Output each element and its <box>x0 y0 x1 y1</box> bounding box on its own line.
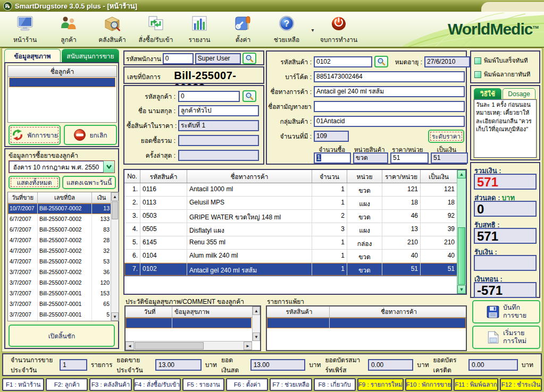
product-trade-name-field[interactable]: Antacil gel 240 ml รสส้ม <box>314 86 465 97</box>
customer-list-selected-row[interactable] <box>9 78 115 87</box>
open-drawer-button[interactable]: เปิดลิ้นชัก <box>9 325 115 347</box>
customer-list-header: ชื่อลูกค้า <box>8 66 116 77</box>
history-row[interactable]: 6/7/2007Bill-255007-000283 <box>8 225 119 235</box>
scroll-down-icon[interactable]: ▼ <box>111 312 119 321</box>
history-row[interactable]: 6/7/2007Bill-255007-0002133 <box>8 214 119 225</box>
show-today-button[interactable]: แสดงเฉพาะวันนี้ <box>62 176 116 189</box>
comment-selected-row[interactable] <box>125 318 252 328</box>
fkey-f6[interactable]: F6 : ตั้งค่า <box>226 378 268 391</box>
toolbar-more-arrow-icon[interactable]: ▾ <box>308 13 317 47</box>
items-row[interactable]: 3.0503GRIPE WATER ขวดใหญ่ 148 ml2ขวด4692 <box>124 210 466 223</box>
qty-field[interactable]: 1 <box>314 152 351 164</box>
items-row[interactable]: 2.0113Gelusil MPS1แผง1818 <box>124 197 466 210</box>
comment-vscrollbar[interactable]: ▲ ▼ <box>252 306 260 341</box>
items-row[interactable]: 6.0104Alum milk 240 ml1ขวด4040 <box>124 250 466 263</box>
fkey-f4[interactable]: F4 : สั่งซื้อ/รับเข้า <box>133 378 181 391</box>
fkey-f7[interactable]: F7 : ช่วยเหลือ <box>270 378 312 391</box>
scroll-up-icon[interactable]: ▲ <box>111 192 119 201</box>
allergy-table[interactable]: รหัสสินค้า ชื่อทางการค้า <box>266 305 467 351</box>
tab-health-info[interactable]: ข้อมูลสุขภาพ <box>4 49 61 62</box>
toolbar-item-settings[interactable]: ตั้งค่า <box>221 13 265 47</box>
history-row[interactable]: 4/7/2007Bill-255007-000253 <box>8 257 119 267</box>
fkey-f9[interactable]: F9 : รายการใหม่ <box>357 378 404 391</box>
price-level-button[interactable]: ระดับราคา <box>428 130 464 143</box>
customer-code-field[interactable]: 0 <box>178 91 240 102</box>
items-scroll-down-icon[interactable]: ▼ <box>457 285 466 294</box>
save-sale-button[interactable]: บันทึกการขาย <box>472 300 540 323</box>
fkey-f5[interactable]: F5 : รายงาน <box>182 378 224 391</box>
history-row[interactable]: 10/7/2007Bill-255007-000213 <box>8 203 119 214</box>
product-generic-field[interactable] <box>314 101 465 112</box>
items-scroll-thumb[interactable] <box>458 227 465 285</box>
items-cell: 6145 <box>140 236 187 249</box>
history-row[interactable]: 3/7/2007Bill-255007-000165 <box>8 299 119 310</box>
product-group-field[interactable]: 01Antacid <box>314 116 465 127</box>
discount-value[interactable]: 0 <box>474 201 537 217</box>
hold-sale-button[interactable]: พักการขาย <box>9 125 61 145</box>
fkey-f10[interactable]: F10 : พักการขาย <box>405 378 453 391</box>
comment-hscrollbar[interactable]: ◄ ► <box>125 341 252 350</box>
history-row[interactable]: 3/7/2007Bill-255007-0001153 <box>8 288 119 299</box>
received-value[interactable] <box>474 255 537 271</box>
items-row[interactable]: 1.0116Antacil 1000 ml1ขวด121121 <box>124 183 466 197</box>
fkey-f1[interactable]: F1 : หน้าร้าน <box>2 378 44 391</box>
fkey-f11[interactable]: F11 : พิมพ์ฉลาก <box>454 378 498 391</box>
product-barcode-label: บาร์โค้ด : <box>268 72 312 82</box>
cancel-sale-button[interactable]: ยกเลิก <box>64 125 117 145</box>
fkey-f8[interactable]: F8 : เกี่ยวกับ <box>314 378 356 391</box>
customer-search-button[interactable] <box>242 90 256 102</box>
items-row[interactable]: 7.0102Antacil gel 240 ml รสส้ม1ขวด5151 <box>124 263 466 276</box>
employee-code-field[interactable]: 0 <box>163 53 194 64</box>
employee-search-button[interactable] <box>242 53 256 64</box>
history-table[interactable]: วันที่ขาย เลขที่บิล เงิน 10/7/2007Bill-2… <box>7 192 119 321</box>
history-scrollbar[interactable]: ▲ ▼ <box>111 192 119 321</box>
history-row[interactable]: 3/7/2007Bill-255007-0002120 <box>8 278 119 288</box>
product-barcode-field[interactable]: 8851473002464 <box>314 71 465 82</box>
toolbar-item-inventory[interactable]: คลังสินค้า <box>90 13 134 47</box>
toolbar-item-customers[interactable]: ลูกค้า <box>47 13 90 47</box>
allergy-selected-row[interactable] <box>267 318 466 328</box>
fkey-f3[interactable]: F3 : คลังสินค้า <box>89 378 131 391</box>
toolbar-item-help[interactable]: ?ช่วยเหลือ <box>265 13 308 47</box>
history-scroll-thumb[interactable] <box>112 201 118 219</box>
history-cell: Bill-255007-0002 <box>38 267 92 278</box>
toolbar-item-label: ลูกค้า <box>61 35 76 45</box>
sale-date-dropdown[interactable]: อังคาร 10 กรกฎาคม พ.ศ. 2550 <box>9 160 115 173</box>
fkey-f2[interactable]: F2: ลูกค้า <box>46 378 88 391</box>
comment-scroll-down-icon[interactable]: ▼ <box>253 333 260 341</box>
comment-scroll-left-icon[interactable]: ◄ <box>125 342 134 350</box>
history-row[interactable]: 4/7/2007Bill-255007-000232 <box>8 246 119 257</box>
product-search-button[interactable] <box>374 56 388 67</box>
unit-price-field[interactable]: 51 <box>390 152 429 164</box>
toolbar-item-storefront[interactable]: หน้าร้าน <box>3 13 47 47</box>
toolbar-item-purchase-receive[interactable]: สั่งซื้อ/รับเข้า <box>134 13 178 47</box>
print-receipt-checkbox[interactable] <box>474 57 481 64</box>
usage-text[interactable]: วันละ 1 ครั้ง ก่อนนอน หมายเหตุ: เคี้ยวยา… <box>474 99 537 158</box>
comment-scroll-right-icon[interactable]: ► <box>244 342 252 350</box>
history-row[interactable]: 3/7/2007Bill-255007-00015 <box>8 310 119 320</box>
customer-name-list[interactable]: ชื่อลูกค้า <box>7 65 117 123</box>
items-scroll-up-icon[interactable]: ▲ <box>457 170 466 178</box>
toolbar-item-exit[interactable]: จบการทำงาน <box>317 13 361 47</box>
show-all-button[interactable]: แสดงทั้งหมด <box>9 176 60 189</box>
fkey-f12[interactable]: F12 : ชำระเงิน <box>500 378 542 391</box>
tab-dosage[interactable]: Dosage <box>503 88 535 99</box>
items-row[interactable]: 4.0505Disflatyl แผง3แผง1339 <box>124 223 466 236</box>
customer-name-field[interactable]: ลูกค้าทั่วไป <box>178 105 259 116</box>
comment-table[interactable]: วันที่ ข้อมูลสุขภาพ ▲ ▼ ◄ ► <box>124 305 261 351</box>
dropdown-arrow-icon[interactable] <box>103 161 114 173</box>
product-code-field[interactable]: 0102 <box>314 56 372 67</box>
history-row[interactable]: 4/7/2007Bill-255007-000228 <box>8 235 119 246</box>
toolbar-item-reports[interactable]: รายงาน <box>178 13 221 47</box>
title-bar: ℞ SmartDrugstore 3.0.5 plus - [หน้าร้าน] <box>0 0 544 12</box>
tab-usage[interactable]: วิธีใช้ <box>474 88 501 99</box>
print-label-checkbox[interactable] <box>474 71 481 78</box>
tab-sales-support[interactable]: สนับสนุนการขาย <box>62 49 119 62</box>
items-row[interactable]: 5.6145Renu 355 ml1กล่อง210210 <box>124 236 466 250</box>
items-table[interactable]: No. รหัสสินค้า ชื่อทางการค้า จำนวน หน่วย… <box>123 169 467 295</box>
comment-hscroll-thumb[interactable] <box>135 342 204 350</box>
history-row[interactable]: 3/7/2007Bill-255007-000236 <box>8 267 119 278</box>
comment-scroll-up-icon[interactable]: ▲ <box>253 306 260 315</box>
items-scrollbar[interactable]: ▲ ▼ <box>457 170 466 294</box>
new-sale-button[interactable]: เริ่มรายการใหม่ <box>472 326 540 349</box>
